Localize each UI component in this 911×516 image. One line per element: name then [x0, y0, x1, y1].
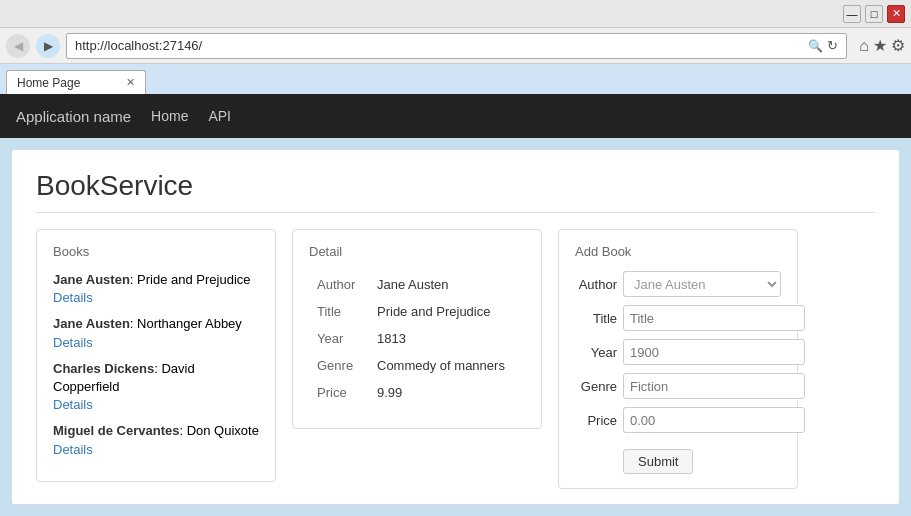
book-author: Jane Austen	[53, 272, 130, 287]
year-input[interactable]	[623, 339, 805, 365]
detail-label: Price	[309, 379, 369, 406]
tab-bar: Home Page ✕	[0, 64, 911, 94]
genre-label: Genre	[575, 379, 617, 394]
search-icon[interactable]: 🔍	[808, 39, 823, 53]
detail-label: Author	[309, 271, 369, 298]
address-input[interactable]	[75, 38, 808, 53]
detail-value: Commedy of manners	[369, 352, 525, 379]
book-author: Jane Austen	[53, 316, 130, 331]
genre-input[interactable]	[623, 373, 805, 399]
app-brand: Application name	[16, 108, 131, 125]
year-form-row: Year	[575, 339, 781, 365]
details-link[interactable]: Details	[53, 335, 93, 350]
author-form-row: Author Jane Austen Charles Dickens Migue…	[575, 271, 781, 297]
back-button[interactable]: ◀	[6, 34, 30, 58]
submit-button[interactable]: Submit	[623, 449, 693, 474]
refresh-icon: ↻	[827, 38, 838, 53]
tab-title: Home Page	[17, 76, 80, 90]
tab-close-button[interactable]: ✕	[126, 76, 135, 89]
detail-label: Genre	[309, 352, 369, 379]
favorites-icon[interactable]: ★	[873, 36, 887, 55]
price-label: Price	[575, 413, 617, 428]
price-form-row: Price	[575, 407, 781, 433]
add-book-card-title: Add Book	[575, 244, 781, 259]
detail-value: 9.99	[369, 379, 525, 406]
list-item: Jane Austen: Northanger Abbey Details	[53, 315, 259, 351]
page-content: BookService Books Jane Austen: Pride and…	[12, 150, 899, 504]
year-label: Year	[575, 345, 617, 360]
detail-table: Author Jane Austen Title Pride and Preju…	[309, 271, 525, 406]
details-link[interactable]: Details	[53, 290, 93, 305]
book-author: Miguel de Cervantes	[53, 423, 179, 438]
home-icon[interactable]: ⌂	[859, 37, 869, 55]
title-input[interactable]	[623, 305, 805, 331]
detail-label: Title	[309, 298, 369, 325]
detail-label: Year	[309, 325, 369, 352]
detail-value: Pride and Prejudice	[369, 298, 525, 325]
author-label: Author	[575, 277, 617, 292]
nav-api-link[interactable]: API	[208, 108, 231, 124]
browser-toolbar: ◀ ▶ 🔍 ↻ ⌂ ★ ⚙	[0, 28, 911, 64]
detail-card-title: Detail	[309, 244, 525, 259]
details-link[interactable]: Details	[53, 397, 93, 412]
toolbar-icons: ⌂ ★ ⚙	[859, 36, 905, 55]
price-input[interactable]	[623, 407, 805, 433]
settings-icon[interactable]: ⚙	[891, 36, 905, 55]
details-link[interactable]: Details	[53, 442, 93, 457]
table-row: Title Pride and Prejudice	[309, 298, 525, 325]
detail-card: Detail Author Jane Austen Title Pride an…	[292, 229, 542, 429]
nav-home-link[interactable]: Home	[151, 108, 188, 124]
forward-button[interactable]: ▶	[36, 34, 60, 58]
list-item: Charles Dickens: David Copperfield Detai…	[53, 360, 259, 415]
table-row: Year 1813	[309, 325, 525, 352]
minimize-button[interactable]: —	[843, 5, 861, 23]
page-title: BookService	[36, 170, 875, 202]
browser-titlebar: — □ ✕	[0, 0, 911, 28]
detail-value: 1813	[369, 325, 525, 352]
detail-value: Jane Austen	[369, 271, 525, 298]
list-item: Jane Austen: Pride and Prejudice Details	[53, 271, 259, 307]
book-author: Charles Dickens	[53, 361, 154, 376]
address-bar: 🔍 ↻	[66, 33, 847, 59]
title-form-row: Title	[575, 305, 781, 331]
list-item: Miguel de Cervantes: Don Quixote Details	[53, 422, 259, 458]
add-book-card: Add Book Author Jane Austen Charles Dick…	[558, 229, 798, 489]
author-select[interactable]: Jane Austen Charles Dickens Miguel de Ce…	[623, 271, 781, 297]
cards-row: Books Jane Austen: Pride and Prejudice D…	[36, 229, 875, 489]
genre-form-row: Genre	[575, 373, 781, 399]
table-row: Genre Commedy of manners	[309, 352, 525, 379]
divider	[36, 212, 875, 213]
books-card: Books Jane Austen: Pride and Prejudice D…	[36, 229, 276, 482]
browser-tab[interactable]: Home Page ✕	[6, 70, 146, 94]
table-row: Price 9.99	[309, 379, 525, 406]
books-card-title: Books	[53, 244, 259, 259]
app-navbar: Application name Home API	[0, 94, 911, 138]
maximize-button[interactable]: □	[865, 5, 883, 23]
title-label: Title	[575, 311, 617, 326]
close-button[interactable]: ✕	[887, 5, 905, 23]
table-row: Author Jane Austen	[309, 271, 525, 298]
